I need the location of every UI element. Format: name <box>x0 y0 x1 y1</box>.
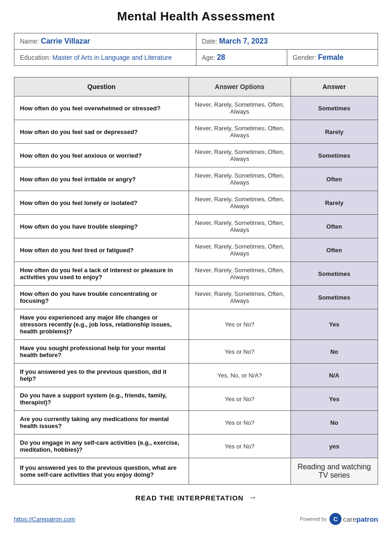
arrow-icon: → <box>248 493 257 503</box>
table-row: How often do you feel irritable or angry… <box>14 167 378 191</box>
answer-cell: Often <box>291 167 378 191</box>
table-row: Do you have a support system (e.g., frie… <box>14 387 378 411</box>
table-row: Have you sought professional help for yo… <box>14 340 378 364</box>
options-cell: Never, Rarely, Sometimes, Often, Always <box>189 167 291 191</box>
options-cell: Yes or No? <box>189 340 291 364</box>
read-interpretation-label: READ THE INTERPRETATION <box>135 494 243 502</box>
options-cell: Never, Rarely, Sometimes, Often, Always <box>189 120 291 144</box>
answer-cell: Yes <box>291 387 378 411</box>
table-row: How often do you feel tired or fatigued?… <box>14 238 378 262</box>
options-cell: Never, Rarely, Sometimes, Often, Always <box>189 262 291 286</box>
name-value: Carrie Villazar <box>41 37 90 45</box>
info-table: Name: Carrie Villazar Date: March 7, 202… <box>14 33 378 66</box>
question-cell: Have you sought professional help for yo… <box>14 340 189 364</box>
question-cell: How often do you feel lonely or isolated… <box>14 191 189 215</box>
question-cell: Have you experienced any major life chan… <box>14 309 189 340</box>
education-label: Education: <box>20 54 51 61</box>
name-label: Name: <box>20 38 39 45</box>
logo-icon: C <box>329 513 341 525</box>
date-label: Date: <box>202 38 217 45</box>
answer-cell: Often <box>291 215 378 238</box>
carepatron-logo: C carepatron <box>329 513 378 525</box>
question-cell: If you answered yes to the previous ques… <box>14 364 189 387</box>
options-cell: Never, Rarely, Sometimes, Often, Always <box>189 286 291 309</box>
answer-cell: Sometimes <box>291 262 378 286</box>
age-label: Age: <box>202 54 215 61</box>
answer-cell: Sometimes <box>291 144 378 167</box>
table-row: How often do you feel anxious or worried… <box>14 144 378 167</box>
table-row: If you answered yes to the previous ques… <box>14 458 378 485</box>
answer-cell: Sometimes <box>291 286 378 309</box>
logo-care: care <box>343 515 356 523</box>
options-cell: Yes or No? <box>189 309 291 340</box>
question-cell: How often do you feel overwhelmed or str… <box>14 96 189 120</box>
question-cell: How often do you feel sad or depressed? <box>14 120 189 144</box>
options-cell: Yes or No? <box>189 435 291 458</box>
answer-cell: N/A <box>291 364 378 387</box>
powered-by-section: Powered by C carepatron <box>300 513 378 525</box>
powered-by-text: Powered by <box>300 516 327 522</box>
table-row: How often do you feel lonely or isolated… <box>14 191 378 215</box>
logo-patron: patron <box>356 515 378 523</box>
table-row: How often do you have trouble concentrat… <box>14 286 378 309</box>
question-cell: Do you have a support system (e.g., frie… <box>14 387 189 411</box>
options-cell: Never, Rarely, Sometimes, Often, Always <box>189 191 291 215</box>
page-title: Mental Health Assessment <box>14 9 378 24</box>
footer-read-interpretation[interactable]: READ THE INTERPRETATION → <box>14 493 378 503</box>
answer-cell: yes <box>291 435 378 458</box>
education-value: Master of Arts in Language and Literatur… <box>52 54 172 61</box>
question-cell: How often do you feel a lack of interest… <box>14 262 189 286</box>
assessment-table: Question Answer Options Answer How often… <box>14 77 378 485</box>
question-cell: Do you engage in any self-care activitie… <box>14 435 189 458</box>
bottom-bar: https://Carepatron.com Powered by C care… <box>14 513 378 525</box>
answer-cell: Rarely <box>291 120 378 144</box>
options-cell: Yes or No? <box>189 387 291 411</box>
header-options: Answer Options <box>189 77 291 96</box>
options-cell: Never, Rarely, Sometimes, Often, Always <box>189 238 291 262</box>
table-row: How often do you feel overwhelmed or str… <box>14 96 378 120</box>
answer-cell: Rarely <box>291 191 378 215</box>
table-row: How often do you have trouble sleeping?N… <box>14 215 378 238</box>
answer-cell: Reading and watching TV series <box>291 458 378 485</box>
date-value: March 7, 2023 <box>219 37 268 45</box>
question-cell: How often do you have trouble sleeping? <box>14 215 189 238</box>
question-cell: How often do you feel tired or fatigued? <box>14 238 189 262</box>
options-cell: Never, Rarely, Sometimes, Often, Always <box>189 96 291 120</box>
question-cell: If you answered yes to the previous ques… <box>14 458 189 485</box>
age-value: 28 <box>217 53 225 61</box>
gender-label: Gender: <box>293 54 316 61</box>
options-cell <box>189 458 291 485</box>
answer-cell: No <box>291 411 378 435</box>
gender-value: Female <box>318 53 343 61</box>
question-cell: How often do you have trouble concentrat… <box>14 286 189 309</box>
header-question: Question <box>14 77 189 96</box>
table-row: How often do you feel a lack of interest… <box>14 262 378 286</box>
question-cell: How often do you feel anxious or worried… <box>14 144 189 167</box>
table-row: Have you experienced any major life chan… <box>14 309 378 340</box>
table-row: Do you engage in any self-care activitie… <box>14 435 378 458</box>
question-cell: How often do you feel irritable or angry… <box>14 167 189 191</box>
answer-cell: Sometimes <box>291 96 378 120</box>
options-cell: Yes or No? <box>189 411 291 435</box>
table-row: If you answered yes to the previous ques… <box>14 364 378 387</box>
table-row: Are you currently taking any medications… <box>14 411 378 435</box>
header-answer: Answer <box>291 77 378 96</box>
options-cell: Never, Rarely, Sometimes, Often, Always <box>189 144 291 167</box>
table-row: How often do you feel sad or depressed?N… <box>14 120 378 144</box>
question-cell: Are you currently taking any medications… <box>14 411 189 435</box>
options-cell: Never, Rarely, Sometimes, Often, Always <box>189 215 291 238</box>
answer-cell: No <box>291 340 378 364</box>
options-cell: Yes, No, or N/A? <box>189 364 291 387</box>
answer-cell: Often <box>291 238 378 262</box>
answer-cell: Yes <box>291 309 378 340</box>
carepatron-link[interactable]: https://Carepatron.com <box>14 516 75 523</box>
